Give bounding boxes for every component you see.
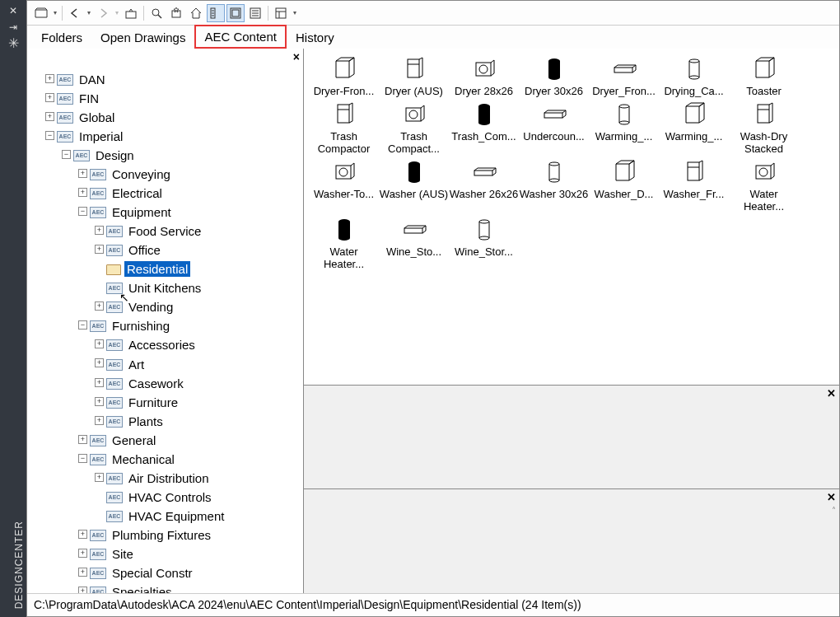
tree-node-plants[interactable]: +AECPlants	[106, 412, 303, 431]
tree-node-air-distribution[interactable]: +AECAir Distribution	[106, 469, 303, 488]
appliance-icon	[468, 100, 501, 129]
close-icon[interactable]: ✕	[7, 5, 19, 16]
content-item[interactable]: Warming_...	[589, 100, 659, 155]
content-item[interactable]: Drying_Ca...	[659, 55, 729, 97]
content-item[interactable]: Toaster	[729, 55, 799, 97]
tree-node-unit-kitchens[interactable]: AECUnit Kitchens	[106, 278, 303, 297]
content-item[interactable]: Washer_D...	[589, 158, 659, 213]
tree-node-hvac-controls[interactable]: AECHVAC Controls	[106, 488, 303, 507]
back-dropdown[interactable]: ▾	[86, 9, 92, 16]
content-item[interactable]: Washer-To...	[309, 158, 379, 213]
tree-node-food-service[interactable]: +AECFood Service	[106, 222, 303, 241]
content-item[interactable]: Dryer 28x26	[449, 55, 519, 97]
appliance-icon	[608, 158, 641, 186]
content-item[interactable]: Water Heater...	[309, 216, 379, 270]
item-label: Wine_Stor...	[449, 245, 519, 258]
preview-button[interactable]	[226, 4, 245, 22]
tree-close-button[interactable]: ×	[293, 50, 300, 63]
item-label: Drying_Ca...	[659, 85, 729, 97]
item-label: Washer 30x26	[519, 188, 589, 200]
appliance-icon	[398, 158, 431, 186]
description-close-button[interactable]: ✕	[827, 491, 836, 503]
content-item[interactable]: Warming_...	[659, 100, 729, 155]
tree-node-design[interactable]: −AECDesign	[73, 146, 303, 165]
appliance-icon	[468, 158, 501, 186]
content-item[interactable]: Dryer_Fron...	[589, 55, 659, 97]
content-item[interactable]: Trash Compact...	[379, 100, 449, 155]
scroll-up-icon[interactable]: ˄	[832, 506, 836, 515]
tree-toggle-button[interactable]	[207, 4, 225, 22]
content-item[interactable]: Undercoun...	[519, 100, 589, 155]
tree-node-special-constr[interactable]: +AECSpecial Constr	[90, 563, 303, 582]
content-item[interactable]: Washer 26x26	[449, 158, 519, 213]
views-button[interactable]	[272, 4, 290, 22]
tree-node-furnishing[interactable]: −AECFurnishing	[90, 316, 303, 335]
item-label: Dryer 28x26	[449, 85, 519, 97]
content-item[interactable]: Dryer-Fron...	[309, 55, 379, 97]
tree-node-art[interactable]: +AECArt	[106, 354, 303, 373]
up-button[interactable]	[122, 4, 140, 22]
back-button[interactable]	[66, 4, 84, 22]
tree-node-fin[interactable]: +AECFIN	[57, 89, 303, 108]
search-button[interactable]	[147, 4, 166, 22]
tree-node-furniture[interactable]: +AECFurniture	[106, 393, 303, 412]
views-dropdown[interactable]: ▾	[292, 9, 298, 16]
appliance-icon	[748, 55, 781, 83]
item-label: Dryer (AUS)	[379, 85, 449, 97]
tree-node-mechanical[interactable]: −AECMechanical	[90, 450, 303, 469]
content-item[interactable]: Trash Compactor	[309, 100, 379, 155]
item-label: Washer_D...	[589, 188, 659, 200]
tree-node-general[interactable]: +AECGeneral	[90, 431, 303, 450]
tree-node-electrical[interactable]: +AECElectrical	[90, 184, 303, 203]
tree-node-office[interactable]: +AECOffice	[106, 241, 303, 259]
content-item[interactable]: Wine_Stor...	[449, 216, 519, 270]
content-item[interactable]: Washer 30x26	[519, 158, 589, 213]
content-item[interactable]: Wine_Sto...	[379, 216, 449, 270]
description-pane: ✕ ˄	[304, 489, 839, 593]
content-item[interactable]: Washer (AUS)	[379, 158, 449, 213]
appliance-icon	[748, 158, 781, 186]
tree-node-dan[interactable]: +AECDAN	[57, 70, 303, 89]
svg-line-2	[158, 15, 161, 18]
appliance-icon	[398, 100, 431, 129]
tab-bar: Folders Open Drawings AEC Content Histor…	[27, 26, 839, 49]
load-dropdown[interactable]: ▾	[52, 9, 58, 16]
tree-node-global[interactable]: +AECGlobal	[57, 108, 303, 127]
tree-node-vending[interactable]: +AECVending	[106, 297, 303, 316]
description-button[interactable]	[246, 4, 264, 22]
content-item[interactable]: Dryer 30x26	[519, 55, 589, 97]
favorites-button[interactable]	[167, 4, 185, 22]
content-item[interactable]: Trash_Com...	[449, 100, 519, 155]
appliance-icon	[328, 55, 361, 83]
home-button[interactable]	[187, 4, 205, 22]
load-button[interactable]	[32, 4, 50, 22]
content-item[interactable]: Washer_Fr...	[659, 158, 729, 213]
app-sidebar: ✕ ⇥ ✳ DESIGNCENTER	[0, 0, 26, 617]
tree-node-accessories[interactable]: +AECAccessories	[106, 335, 303, 354]
tree-node-equipment[interactable]: −AECEquipment	[90, 203, 303, 222]
tab-folders[interactable]: Folders	[32, 26, 91, 49]
tab-history[interactable]: History	[287, 26, 343, 49]
tree-node-residential[interactable]: Residential	[106, 259, 303, 278]
preview-close-button[interactable]: ✕	[827, 387, 836, 400]
content-item[interactable]: Water Heater...	[729, 158, 799, 213]
tree-node-plumbing-fixtures[interactable]: +AECPlumbing Fixtures	[90, 526, 303, 545]
gear-icon[interactable]: ✳	[7, 38, 19, 49]
appliance-icon	[538, 55, 571, 83]
forward-dropdown[interactable]: ▾	[114, 9, 120, 16]
pin-icon[interactable]: ⇥	[7, 21, 19, 33]
tree-node-hvac-equipment[interactable]: AECHVAC Equipment	[106, 507, 303, 526]
appliance-icon	[748, 100, 781, 129]
tab-aec-content[interactable]: AEC Content	[194, 25, 287, 49]
tree-node-specialties[interactable]: +AECSpecialties	[90, 582, 303, 593]
tree-node-site[interactable]: +AECSite	[90, 545, 303, 563]
tree-node-imperial[interactable]: −AECImperial	[57, 127, 303, 146]
forward-button[interactable]	[94, 4, 112, 22]
tree-node-conveying[interactable]: +AECConveying	[90, 165, 303, 184]
tab-open-drawings[interactable]: Open Drawings	[91, 26, 194, 49]
svg-rect-17	[408, 59, 419, 77]
content-item[interactable]: Dryer (AUS)	[379, 55, 449, 97]
svg-rect-34	[544, 113, 562, 118]
content-item[interactable]: Wash-Dry Stacked	[729, 100, 799, 155]
tree-node-casework[interactable]: +AECCasework	[106, 374, 303, 393]
